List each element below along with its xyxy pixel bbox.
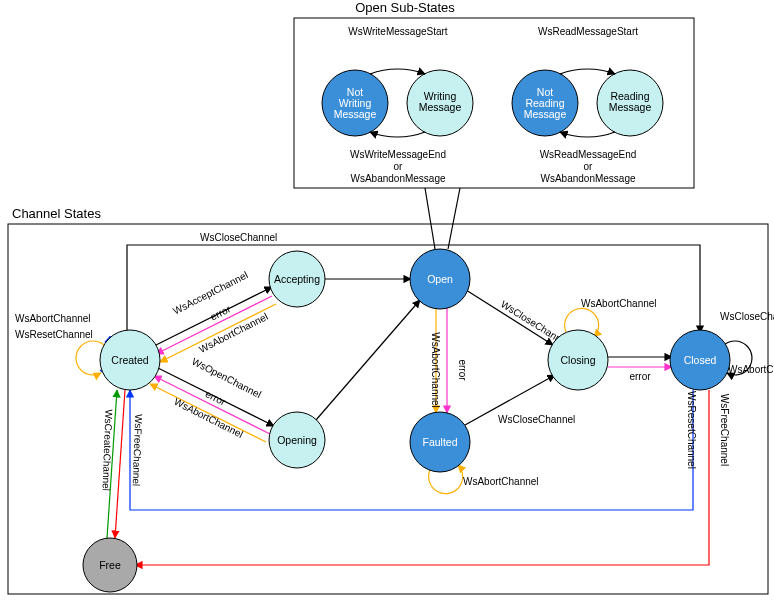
node-closing: Closing bbox=[548, 330, 608, 390]
label: error bbox=[209, 303, 233, 323]
label: WsAbortChannel bbox=[463, 476, 539, 487]
label: WsAbortChannel bbox=[197, 311, 269, 355]
label: WsAbortChannel bbox=[15, 313, 91, 324]
label: Message bbox=[609, 101, 652, 113]
label: WsAbandonMessage bbox=[350, 173, 445, 184]
label: WsReadMessageStart bbox=[538, 26, 638, 37]
sub-connector-right bbox=[448, 188, 460, 249]
label: WsFreeChannel bbox=[131, 414, 145, 487]
label: Accepting bbox=[274, 273, 320, 285]
label: or bbox=[394, 161, 404, 172]
node-faulted: Faulted bbox=[410, 412, 470, 472]
label: Message bbox=[419, 101, 462, 113]
label: Free bbox=[99, 559, 121, 571]
title-channel-states: Channel States bbox=[12, 206, 101, 221]
node-closed: Closed bbox=[670, 330, 730, 390]
label: WsOpenChannel bbox=[190, 356, 263, 400]
write-pair: Not Writing Message Writing Message WsWr… bbox=[322, 26, 473, 184]
edge-read-start bbox=[560, 69, 615, 74]
label: WsResetChannel bbox=[15, 329, 93, 340]
label: Message bbox=[334, 108, 377, 120]
label: WsAbandonMessage bbox=[540, 173, 635, 184]
edge-created-free bbox=[115, 390, 125, 538]
label: WsCloseChannel bbox=[720, 311, 774, 322]
label: Closing bbox=[560, 354, 595, 366]
edge-write-end bbox=[370, 132, 425, 137]
node-open: Open bbox=[410, 249, 470, 309]
label: or bbox=[584, 161, 594, 172]
label: WsAbortChannel bbox=[728, 364, 774, 375]
label: WsAbortChannel bbox=[581, 298, 657, 309]
label: WsAcceptChannel bbox=[171, 269, 249, 316]
label: WsCreateChannel bbox=[101, 409, 115, 491]
label: WsCloseChannel bbox=[200, 232, 277, 243]
label: WsReadMessageEnd bbox=[540, 149, 637, 160]
title-open-sub: Open Sub-States bbox=[355, 0, 455, 15]
node-accepting: Accepting bbox=[269, 251, 325, 307]
sub-connector-left bbox=[425, 188, 435, 249]
read-pair: Not Reading Message Reading Message WsRe… bbox=[512, 26, 663, 184]
label: WsFreeChannel bbox=[719, 394, 730, 466]
label: WsAbortChannel bbox=[172, 396, 244, 440]
label: WsAbortChannel bbox=[430, 332, 441, 408]
label: WsWriteMessageEnd bbox=[350, 149, 446, 160]
node-created: Created bbox=[100, 330, 160, 390]
label: Created bbox=[111, 354, 149, 366]
label: Opening bbox=[277, 434, 317, 446]
edge-read-end bbox=[560, 132, 615, 137]
edge-write-start bbox=[370, 69, 425, 74]
label: WsWriteMessageStart bbox=[348, 26, 448, 37]
label: WsCloseChannel bbox=[498, 414, 575, 425]
label: error bbox=[204, 388, 228, 408]
edge-closed-free bbox=[135, 390, 709, 565]
label: error bbox=[457, 359, 468, 381]
label: Open bbox=[427, 273, 453, 285]
diagram-root: Open Sub-States Not Writing Message Writ… bbox=[0, 0, 774, 602]
edge-open-closing bbox=[466, 290, 553, 345]
node-opening: Opening bbox=[269, 412, 325, 468]
label: WsResetChannel bbox=[686, 391, 697, 469]
label: Closed bbox=[684, 354, 717, 366]
edge-opening-open bbox=[316, 300, 420, 420]
label: Message bbox=[524, 108, 567, 120]
label: Faulted bbox=[422, 436, 457, 448]
label: error bbox=[629, 371, 651, 382]
node-free: Free bbox=[83, 538, 137, 592]
